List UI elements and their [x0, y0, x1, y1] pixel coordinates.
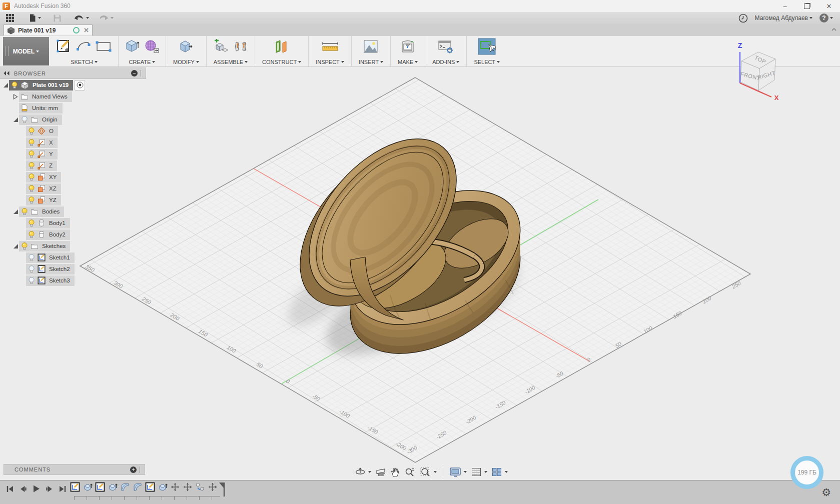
collapse-chevron-icon[interactable] [831, 26, 837, 32]
tab-close-icon[interactable]: ✕ [84, 26, 89, 34]
browser-row-sketch3[interactable]: Sketch3 [26, 275, 146, 286]
timeline-feature-extrude[interactable] [158, 482, 168, 492]
visibility-bulb-on-icon[interactable] [11, 81, 19, 89]
timeline-feature-sketch[interactable] [95, 482, 105, 492]
expander-open-icon[interactable] [12, 209, 19, 214]
make-3dprint-button[interactable] [400, 39, 416, 56]
play-button[interactable] [32, 484, 41, 494]
browser-remove-icon[interactable]: − [131, 70, 138, 76]
visibility-bulb-on-icon[interactable] [28, 184, 36, 192]
visibility-bulb-on-icon[interactable] [28, 219, 36, 227]
step-back-button[interactable] [19, 485, 27, 494]
timeline-feature-fillet[interactable] [133, 482, 143, 492]
browser-row-units[interactable]: Units: mm [10, 102, 146, 114]
expander-open-icon[interactable] [12, 244, 19, 249]
browser-header[interactable]: BROWSER − [0, 68, 146, 79]
new-component-button[interactable] [213, 39, 229, 56]
file-menu-button[interactable] [26, 12, 44, 24]
pan-button[interactable] [390, 466, 401, 478]
measure-button[interactable] [321, 40, 340, 55]
visibility-bulb-on-icon[interactable] [21, 208, 29, 216]
visibility-bulb-on-icon[interactable] [28, 138, 36, 146]
ribbon-menu-insert[interactable]: INSERT [358, 58, 384, 66]
visibility-bulb-off-icon[interactable] [28, 254, 36, 262]
fit-button[interactable] [419, 466, 437, 478]
undo-button[interactable] [71, 12, 92, 24]
visibility-bulb-on-icon[interactable] [21, 242, 29, 250]
job-status-clock-icon[interactable] [738, 14, 748, 23]
visibility-bulb-on-icon[interactable] [28, 196, 36, 204]
restore-button[interactable] [796, 0, 818, 12]
ribbon-menu-assemble[interactable]: ASSEMBLE [213, 58, 249, 66]
timeline-feature-sketch[interactable] [145, 482, 155, 492]
look-at-button[interactable] [375, 466, 387, 478]
expander-open-icon[interactable] [2, 82, 9, 88]
timeline-feature-move[interactable] [170, 482, 180, 492]
press-pull-button[interactable] [179, 39, 194, 56]
visibility-bulb-on-icon[interactable] [28, 127, 36, 135]
comments-grip[interactable] [140, 466, 141, 473]
browser-row-origin[interactable]: Origin [10, 114, 146, 125]
comments-bar[interactable]: COMMENTS + [4, 464, 145, 475]
timeline-marker[interactable] [218, 482, 226, 498]
workspace-selector[interactable]: MODEL [3, 37, 49, 66]
timeline-feature-align[interactable] [195, 482, 205, 492]
browser-collapse-icon[interactable] [3, 70, 10, 76]
timeline-feature-extrude[interactable] [108, 482, 118, 492]
timeline-feature-move[interactable] [208, 482, 218, 492]
go-to-end-button[interactable] [59, 485, 67, 494]
visibility-bulb-on-icon[interactable] [28, 173, 36, 181]
timeline-feature-sketch[interactable] [70, 482, 80, 492]
active-component-radio[interactable] [75, 80, 85, 90]
expander-closed-icon[interactable] [12, 94, 19, 100]
scripts-addins-button[interactable] [437, 39, 454, 56]
comment-add-icon[interactable]: + [130, 466, 137, 473]
timeline-feature-extrude[interactable] [83, 482, 93, 492]
browser-row-sketch1[interactable]: Sketch1 [26, 252, 146, 263]
browser-row-z-axis[interactable]: Z [26, 160, 146, 171]
settings-gear-icon[interactable]: ⚙ [818, 486, 834, 498]
ribbon-menu-addins[interactable]: ADD-INS [431, 58, 460, 66]
app-menu-button[interactable] [3, 12, 17, 24]
browser-row-x-axis[interactable]: X [26, 137, 146, 148]
browser-row-yz-plane[interactable]: YZ [26, 194, 146, 206]
document-tab[interactable]: Plate 001 v19 ✕ [4, 24, 93, 36]
minimize-button[interactable]: – [774, 0, 796, 12]
help-menu[interactable]: ? [819, 14, 833, 22]
timeline-feature-move[interactable] [183, 482, 193, 492]
visibility-bulb-on-icon[interactable] [28, 162, 36, 170]
construct-plane-button[interactable] [273, 39, 290, 56]
ribbon-menu-construct[interactable]: CONSTRUCT [261, 58, 302, 66]
sketch-arc-button[interactable] [75, 40, 91, 55]
create-sketch-button[interactable] [56, 39, 71, 56]
joint-button[interactable] [233, 39, 248, 56]
display-settings-button[interactable] [449, 466, 467, 478]
view-cube[interactable]: TOP FRONT RIGHT Z X [731, 41, 786, 101]
insert-image-button[interactable] [363, 39, 379, 56]
browser-row-xz-plane[interactable]: XZ [26, 183, 146, 194]
browser-grip[interactable] [141, 70, 143, 76]
browser-row-xy-plane[interactable]: XY [26, 172, 146, 182]
browser-row-body2[interactable]: Body2 [26, 229, 146, 240]
sketch-rectangle-button[interactable] [95, 40, 112, 54]
viewports-button[interactable] [491, 466, 508, 478]
ribbon-menu-make[interactable]: MAKE [397, 58, 419, 66]
step-forward-button[interactable] [46, 485, 54, 494]
browser-row-named-views[interactable]: Named Views [10, 91, 146, 102]
visibility-bulb-off-icon[interactable] [21, 116, 29, 124]
create-form-button[interactable] [144, 39, 160, 56]
orbit-button[interactable] [354, 466, 372, 478]
visibility-bulb-on-icon[interactable] [28, 150, 36, 158]
ribbon-menu-modify[interactable]: MODIFY [172, 58, 200, 66]
browser-row-root[interactable]: Plate 001 v19 [0, 80, 146, 90]
browser-row-body1[interactable]: Body1 [26, 218, 146, 228]
ribbon-menu-sketch[interactable]: SKETCH [70, 58, 99, 66]
select-button[interactable] [478, 38, 496, 56]
visibility-bulb-off-icon[interactable] [28, 265, 36, 273]
ribbon-menu-inspect[interactable]: INSPECT [315, 58, 345, 66]
ribbon-menu-create[interactable]: CREATE [128, 58, 157, 66]
browser-row-y-axis[interactable]: Y [26, 148, 146, 160]
storage-badge[interactable]: 199 ГБ [790, 456, 823, 489]
visibility-bulb-off-icon[interactable] [28, 276, 36, 284]
go-to-start-button[interactable] [6, 485, 14, 494]
